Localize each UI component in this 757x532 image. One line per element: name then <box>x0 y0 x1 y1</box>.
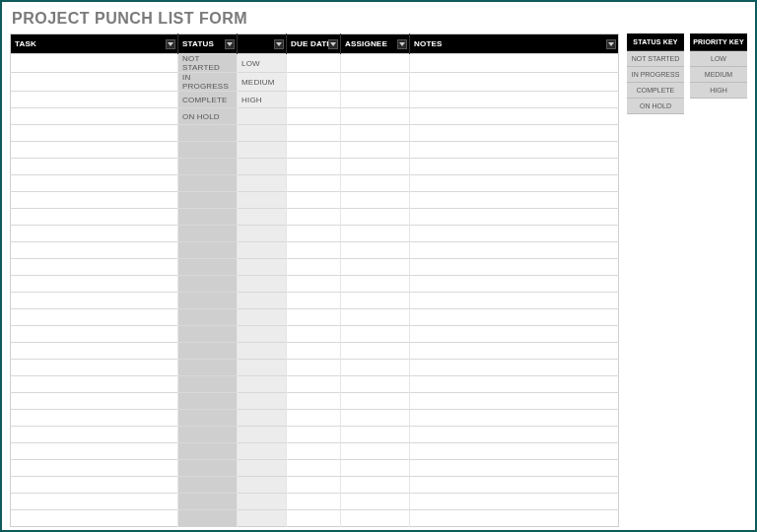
cell-due_date[interactable] <box>287 360 341 376</box>
cell-priority[interactable]: HIGH <box>238 92 287 108</box>
cell-status[interactable]: NOT STARTED <box>178 54 238 73</box>
cell-status[interactable] <box>178 460 238 477</box>
cell-task[interactable] <box>11 360 178 376</box>
cell-task[interactable] <box>11 209 178 226</box>
cell-due_date[interactable] <box>287 242 341 259</box>
cell-status[interactable] <box>178 209 238 226</box>
cell-assignee[interactable] <box>341 443 410 460</box>
cell-priority[interactable] <box>238 142 287 159</box>
cell-notes[interactable] <box>410 209 619 226</box>
cell-due_date[interactable] <box>287 460 341 477</box>
col-header-notes[interactable]: NOTES <box>410 34 619 54</box>
cell-task[interactable] <box>11 293 178 309</box>
cell-assignee[interactable] <box>341 427 410 443</box>
cell-due_date[interactable] <box>287 477 341 494</box>
cell-notes[interactable] <box>410 226 619 242</box>
cell-due_date[interactable] <box>287 427 341 443</box>
cell-notes[interactable] <box>410 376 619 393</box>
cell-priority[interactable] <box>238 360 287 376</box>
cell-notes[interactable] <box>410 393 619 410</box>
cell-status[interactable] <box>178 443 238 460</box>
cell-due_date[interactable] <box>287 276 341 293</box>
cell-priority[interactable]: MEDIUM <box>238 73 287 92</box>
cell-due_date[interactable] <box>287 494 341 510</box>
cell-notes[interactable] <box>410 54 619 73</box>
cell-due_date[interactable] <box>287 443 341 460</box>
cell-task[interactable] <box>11 226 178 242</box>
cell-assignee[interactable] <box>341 192 410 209</box>
cell-priority[interactable] <box>238 293 287 309</box>
cell-task[interactable] <box>11 54 178 73</box>
cell-due_date[interactable] <box>287 259 341 276</box>
cell-due_date[interactable] <box>287 73 341 92</box>
filter-icon[interactable] <box>225 39 235 49</box>
cell-priority[interactable] <box>238 326 287 343</box>
cell-status[interactable] <box>178 427 238 443</box>
cell-notes[interactable] <box>410 108 619 125</box>
cell-assignee[interactable] <box>341 410 410 427</box>
filter-icon[interactable] <box>328 39 338 49</box>
cell-assignee[interactable] <box>341 226 410 242</box>
cell-assignee[interactable] <box>341 326 410 343</box>
cell-priority[interactable] <box>238 427 287 443</box>
cell-due_date[interactable] <box>287 226 341 242</box>
cell-priority[interactable] <box>238 393 287 410</box>
cell-task[interactable] <box>11 309 178 326</box>
cell-priority[interactable] <box>238 410 287 427</box>
cell-assignee[interactable] <box>341 142 410 159</box>
cell-task[interactable] <box>11 242 178 259</box>
cell-due_date[interactable] <box>287 293 341 309</box>
cell-status[interactable] <box>178 477 238 494</box>
cell-due_date[interactable] <box>287 175 341 192</box>
cell-notes[interactable] <box>410 443 619 460</box>
cell-due_date[interactable] <box>287 376 341 393</box>
cell-status[interactable] <box>178 192 238 209</box>
cell-due_date[interactable] <box>287 92 341 108</box>
cell-status[interactable] <box>178 293 238 309</box>
cell-assignee[interactable] <box>341 259 410 276</box>
cell-notes[interactable] <box>410 159 619 175</box>
cell-task[interactable] <box>11 276 178 293</box>
cell-status[interactable] <box>178 242 238 259</box>
cell-notes[interactable] <box>410 309 619 326</box>
cell-assignee[interactable] <box>341 125 410 142</box>
cell-due_date[interactable] <box>287 510 341 527</box>
cell-task[interactable] <box>11 125 178 142</box>
cell-due_date[interactable] <box>287 159 341 175</box>
cell-notes[interactable] <box>410 494 619 510</box>
cell-due_date[interactable] <box>287 309 341 326</box>
cell-status[interactable] <box>178 226 238 242</box>
cell-task[interactable] <box>11 443 178 460</box>
cell-task[interactable] <box>11 427 178 443</box>
filter-icon[interactable] <box>606 39 616 49</box>
cell-assignee[interactable] <box>341 393 410 410</box>
cell-task[interactable] <box>11 259 178 276</box>
cell-due_date[interactable] <box>287 142 341 159</box>
cell-notes[interactable] <box>410 92 619 108</box>
cell-priority[interactable] <box>238 376 287 393</box>
cell-task[interactable] <box>11 159 178 175</box>
filter-icon[interactable] <box>274 39 284 49</box>
cell-status[interactable]: IN PROGRESS <box>178 73 238 92</box>
cell-notes[interactable] <box>410 326 619 343</box>
cell-notes[interactable] <box>410 343 619 360</box>
cell-status[interactable]: ON HOLD <box>178 108 238 125</box>
cell-status[interactable] <box>178 326 238 343</box>
cell-priority[interactable] <box>238 192 287 209</box>
cell-task[interactable] <box>11 460 178 477</box>
cell-notes[interactable] <box>410 427 619 443</box>
cell-priority[interactable] <box>238 108 287 125</box>
cell-task[interactable] <box>11 343 178 360</box>
cell-priority[interactable]: LOW <box>238 54 287 73</box>
cell-status[interactable] <box>178 510 238 527</box>
cell-status[interactable] <box>178 343 238 360</box>
cell-task[interactable] <box>11 192 178 209</box>
cell-task[interactable] <box>11 73 178 92</box>
cell-assignee[interactable] <box>341 54 410 73</box>
cell-task[interactable] <box>11 494 178 510</box>
cell-assignee[interactable] <box>341 276 410 293</box>
cell-status[interactable] <box>178 175 238 192</box>
cell-assignee[interactable] <box>341 360 410 376</box>
cell-notes[interactable] <box>410 142 619 159</box>
filter-icon[interactable] <box>166 39 175 49</box>
